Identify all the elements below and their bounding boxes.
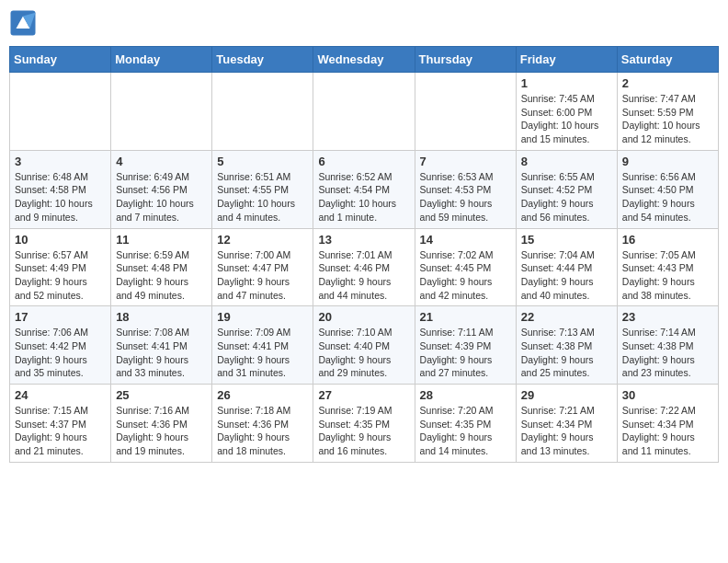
day-info: Sunrise: 6:53 AM Sunset: 4:53 PM Dayligh… — [420, 170, 511, 224]
calendar-day-cell: 16Sunrise: 7:05 AM Sunset: 4:43 PM Dayli… — [617, 228, 718, 306]
day-number: 9 — [622, 155, 713, 168]
calendar-day-cell: 7Sunrise: 6:53 AM Sunset: 4:53 PM Daylig… — [415, 150, 516, 228]
calendar-week-row: 17Sunrise: 7:06 AM Sunset: 4:42 PM Dayli… — [10, 306, 719, 385]
day-info: Sunrise: 7:14 AM Sunset: 4:38 PM Dayligh… — [622, 326, 713, 380]
day-number: 3 — [15, 155, 106, 168]
day-number: 28 — [420, 388, 511, 402]
day-info: Sunrise: 6:48 AM Sunset: 4:58 PM Dayligh… — [15, 170, 106, 224]
day-number: 7 — [420, 155, 511, 168]
day-info: Sunrise: 7:09 AM Sunset: 4:41 PM Dayligh… — [217, 326, 308, 380]
calendar-day-cell — [212, 73, 313, 151]
day-info: Sunrise: 7:00 AM Sunset: 4:47 PM Dayligh… — [217, 248, 308, 303]
day-number: 26 — [217, 388, 308, 402]
day-number: 14 — [420, 233, 511, 247]
calendar-day-cell: 10Sunrise: 6:57 AM Sunset: 4:49 PM Dayli… — [10, 228, 111, 306]
day-info: Sunrise: 6:56 AM Sunset: 4:50 PM Dayligh… — [622, 170, 713, 224]
calendar-week-row: 3Sunrise: 6:48 AM Sunset: 4:58 PM Daylig… — [10, 150, 719, 228]
day-number: 24 — [15, 388, 106, 402]
day-info: Sunrise: 6:51 AM Sunset: 4:55 PM Dayligh… — [217, 170, 308, 224]
day-info: Sunrise: 7:20 AM Sunset: 4:35 PM Dayligh… — [420, 404, 511, 458]
calendar-table: SundayMondayTuesdayWednesdayThursdayFrid… — [9, 46, 719, 463]
day-number: 19 — [217, 310, 308, 324]
day-number: 22 — [521, 310, 612, 324]
calendar-day-cell: 28Sunrise: 7:20 AM Sunset: 4:35 PM Dayli… — [415, 385, 516, 463]
day-number: 1 — [521, 76, 612, 90]
calendar-week-row: 1Sunrise: 7:45 AM Sunset: 6:00 PM Daylig… — [10, 73, 719, 151]
day-number: 11 — [116, 233, 207, 247]
calendar-day-cell: 4Sunrise: 6:49 AM Sunset: 4:56 PM Daylig… — [111, 150, 212, 228]
day-info: Sunrise: 7:06 AM Sunset: 4:42 PM Dayligh… — [15, 326, 106, 380]
calendar-day-cell: 2Sunrise: 7:47 AM Sunset: 5:59 PM Daylig… — [617, 73, 718, 151]
calendar-day-cell: 19Sunrise: 7:09 AM Sunset: 4:41 PM Dayli… — [212, 306, 313, 385]
day-info: Sunrise: 7:11 AM Sunset: 4:39 PM Dayligh… — [420, 326, 511, 380]
calendar-day-cell: 20Sunrise: 7:10 AM Sunset: 4:40 PM Dayli… — [313, 306, 415, 385]
day-info: Sunrise: 7:21 AM Sunset: 4:34 PM Dayligh… — [521, 404, 612, 458]
day-number: 12 — [217, 233, 308, 247]
calendar-body: 1Sunrise: 7:45 AM Sunset: 6:00 PM Daylig… — [10, 73, 719, 463]
day-info: Sunrise: 7:19 AM Sunset: 4:35 PM Dayligh… — [318, 404, 409, 458]
calendar-day-header: Thursday — [415, 47, 516, 73]
calendar-day-cell — [313, 73, 415, 151]
calendar-day-header: Tuesday — [212, 47, 313, 73]
day-number: 29 — [521, 388, 612, 402]
calendar-day-header: Wednesday — [313, 47, 415, 73]
calendar-day-cell: 22Sunrise: 7:13 AM Sunset: 4:38 PM Dayli… — [516, 306, 617, 385]
day-number: 16 — [622, 233, 713, 247]
calendar-day-cell: 27Sunrise: 7:19 AM Sunset: 4:35 PM Dayli… — [313, 385, 415, 463]
day-number: 4 — [116, 155, 207, 168]
day-info: Sunrise: 7:01 AM Sunset: 4:46 PM Dayligh… — [318, 248, 409, 303]
calendar-day-cell: 23Sunrise: 7:14 AM Sunset: 4:38 PM Dayli… — [617, 306, 718, 385]
day-info: Sunrise: 7:16 AM Sunset: 4:36 PM Dayligh… — [116, 404, 207, 458]
calendar-header: SundayMondayTuesdayWednesdayThursdayFrid… — [10, 47, 719, 73]
calendar-day-cell: 13Sunrise: 7:01 AM Sunset: 4:46 PM Dayli… — [313, 228, 415, 306]
day-info: Sunrise: 6:59 AM Sunset: 4:48 PM Dayligh… — [116, 248, 207, 303]
day-number: 18 — [116, 310, 207, 324]
calendar-day-cell: 5Sunrise: 6:51 AM Sunset: 4:55 PM Daylig… — [212, 150, 313, 228]
calendar-day-cell: 30Sunrise: 7:22 AM Sunset: 4:34 PM Dayli… — [617, 385, 718, 463]
calendar-day-cell: 25Sunrise: 7:16 AM Sunset: 4:36 PM Dayli… — [111, 385, 212, 463]
day-info: Sunrise: 7:22 AM Sunset: 4:34 PM Dayligh… — [622, 404, 713, 458]
day-info: Sunrise: 6:52 AM Sunset: 4:54 PM Dayligh… — [318, 170, 409, 224]
calendar-day-cell: 3Sunrise: 6:48 AM Sunset: 4:58 PM Daylig… — [10, 150, 111, 228]
day-info: Sunrise: 7:47 AM Sunset: 5:59 PM Dayligh… — [622, 92, 713, 146]
logo — [9, 9, 40, 37]
day-info: Sunrise: 7:13 AM Sunset: 4:38 PM Dayligh… — [521, 326, 612, 380]
day-number: 15 — [521, 233, 612, 247]
calendar-day-cell: 12Sunrise: 7:00 AM Sunset: 4:47 PM Dayli… — [212, 228, 313, 306]
day-info: Sunrise: 7:15 AM Sunset: 4:37 PM Dayligh… — [15, 404, 106, 458]
day-info: Sunrise: 6:49 AM Sunset: 4:56 PM Dayligh… — [116, 170, 207, 224]
logo-icon — [9, 9, 37, 37]
day-number: 17 — [15, 310, 106, 324]
calendar-day-cell: 1Sunrise: 7:45 AM Sunset: 6:00 PM Daylig… — [516, 73, 617, 151]
calendar-day-cell: 21Sunrise: 7:11 AM Sunset: 4:39 PM Dayli… — [415, 306, 516, 385]
day-info: Sunrise: 7:02 AM Sunset: 4:45 PM Dayligh… — [420, 248, 511, 303]
day-number: 2 — [622, 76, 713, 90]
day-number: 21 — [420, 310, 511, 324]
day-number: 23 — [622, 310, 713, 324]
page-header — [9, 9, 719, 37]
day-info: Sunrise: 6:57 AM Sunset: 4:49 PM Dayligh… — [15, 248, 106, 303]
calendar-week-row: 24Sunrise: 7:15 AM Sunset: 4:37 PM Dayli… — [10, 385, 719, 463]
day-number: 13 — [318, 233, 409, 247]
day-number: 8 — [521, 155, 612, 168]
calendar-day-cell: 29Sunrise: 7:21 AM Sunset: 4:34 PM Dayli… — [516, 385, 617, 463]
day-info: Sunrise: 7:10 AM Sunset: 4:40 PM Dayligh… — [318, 326, 409, 380]
calendar-day-header: Monday — [111, 47, 212, 73]
calendar-day-cell: 17Sunrise: 7:06 AM Sunset: 4:42 PM Dayli… — [10, 306, 111, 385]
day-info: Sunrise: 7:05 AM Sunset: 4:43 PM Dayligh… — [622, 248, 713, 303]
calendar-day-cell: 15Sunrise: 7:04 AM Sunset: 4:44 PM Dayli… — [516, 228, 617, 306]
calendar-day-cell — [10, 73, 111, 151]
day-number: 6 — [318, 155, 409, 168]
day-number: 25 — [116, 388, 207, 402]
calendar-day-cell — [111, 73, 212, 151]
day-info: Sunrise: 7:18 AM Sunset: 4:36 PM Dayligh… — [217, 404, 308, 458]
calendar-day-cell: 26Sunrise: 7:18 AM Sunset: 4:36 PM Dayli… — [212, 385, 313, 463]
day-number: 27 — [318, 388, 409, 402]
day-number: 30 — [622, 388, 713, 402]
day-number: 5 — [217, 155, 308, 168]
calendar-day-cell: 14Sunrise: 7:02 AM Sunset: 4:45 PM Dayli… — [415, 228, 516, 306]
calendar-day-header: Sunday — [10, 47, 111, 73]
calendar-day-cell: 24Sunrise: 7:15 AM Sunset: 4:37 PM Dayli… — [10, 385, 111, 463]
calendar-day-header: Friday — [516, 47, 617, 73]
calendar-day-cell: 8Sunrise: 6:55 AM Sunset: 4:52 PM Daylig… — [516, 150, 617, 228]
